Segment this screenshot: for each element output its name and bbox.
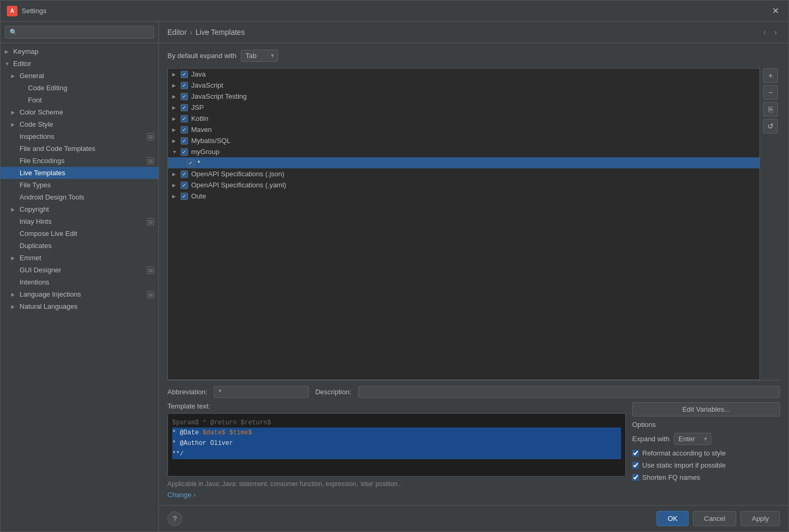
sidebar-item-inspections[interactable]: Inspections ▤: [1, 130, 158, 142]
close-button[interactable]: ✕: [769, 5, 782, 17]
sidebar-item-label: General: [20, 72, 44, 80]
tpl-group-jsp[interactable]: ▶ ✓ JSP: [168, 102, 759, 113]
title-bar: A Settings ✕: [1, 1, 788, 22]
cancel-button[interactable]: Cancel: [693, 511, 736, 526]
tpl-group-maven[interactable]: ▶ ✓ Maven: [168, 124, 759, 135]
tpl-group-openapi-json[interactable]: ▶ ✓ OpenAPI Specifications (.json): [168, 168, 759, 179]
add-template-button[interactable]: +: [763, 68, 778, 83]
checkbox-maven[interactable]: ✓: [181, 126, 188, 134]
expand-icon: ▶: [172, 116, 179, 121]
checkbox-openapi-json[interactable]: ✓: [181, 170, 188, 178]
sidebar-item-label: Emmet: [20, 254, 41, 262]
sidebar-item-natural-languages[interactable]: ▶ Natural Languages: [1, 300, 158, 312]
expand-icon: ▶: [172, 94, 179, 99]
checkbox-kotlin[interactable]: ✓: [181, 115, 188, 122]
tpl-group-openapi-yaml[interactable]: ▶ ✓ OpenAPI Specifications (.yaml): [168, 179, 759, 191]
tpl-group-kotlin[interactable]: ▶ ✓ Kotlin: [168, 113, 759, 124]
sidebar-item-color-scheme[interactable]: ▶ Color Scheme: [1, 106, 158, 118]
sidebar-item-duplicates[interactable]: Duplicates: [1, 240, 158, 252]
change-link[interactable]: Change ›: [167, 491, 626, 499]
sidebar-item-inlay-hints[interactable]: Inlay Hints ▤: [1, 215, 158, 227]
shorten-fq-label: Shorten FQ names: [642, 473, 700, 481]
abbreviation-input[interactable]: [214, 386, 309, 398]
expand-icon: ▶: [11, 207, 17, 212]
sidebar-item-copyright[interactable]: ▶ Copyright: [1, 203, 158, 215]
sidebar-item-label: Intentions: [20, 278, 49, 286]
checkbox-oute[interactable]: ✓: [181, 193, 188, 200]
apply-button[interactable]: Apply: [740, 511, 780, 526]
expand-default-dropdown[interactable]: Tab Enter Space: [241, 50, 278, 62]
tpl-label: JSP: [191, 103, 204, 111]
breadcrumb-bar: Editor › Live Templates ‹ ›: [159, 22, 788, 43]
sidebar-item-file-encodings[interactable]: File Encodings ▤: [1, 155, 158, 167]
breadcrumb-current: Live Templates: [195, 28, 245, 36]
checkbox-jsp[interactable]: ✓: [181, 104, 188, 111]
copy-template-button[interactable]: ⎘: [763, 102, 778, 117]
checkbox-star[interactable]: ✓: [187, 159, 194, 167]
sidebar-item-label: Editor: [13, 60, 31, 68]
expand-icon: ▶: [172, 105, 179, 110]
nav-forward-button[interactable]: ›: [771, 27, 780, 37]
template-code[interactable]: $param$ * @return $return$ * @Date $date…: [167, 413, 626, 477]
sidebar-item-android-design-tools[interactable]: Android Design Tools: [1, 191, 158, 203]
checkbox-javascript[interactable]: ✓: [181, 82, 188, 89]
tpl-group-javascript-testing[interactable]: ▶ ✓ JavaScript Testing: [168, 91, 759, 102]
sidebar-item-label: Live Templates: [20, 169, 65, 177]
nav-back-button[interactable]: ‹: [760, 27, 769, 37]
sidebar-item-label: Color Scheme: [20, 108, 63, 116]
remove-template-button[interactable]: −: [763, 85, 778, 100]
checkbox-openapi-yaml[interactable]: ✓: [181, 182, 188, 189]
tpl-group-java[interactable]: ▶ ✓ Java: [168, 69, 759, 80]
sidebar-item-language-injections[interactable]: ▶ Language Injections ▤: [1, 288, 158, 300]
sidebar-item-label: File Types: [20, 181, 51, 189]
code-dim-line: $param$ * @return $return$: [172, 419, 271, 426]
sidebar-item-intentions[interactable]: Intentions: [1, 276, 158, 288]
ok-button[interactable]: OK: [656, 511, 689, 526]
tpl-item-star[interactable]: ✓ *: [168, 157, 759, 168]
checkbox-mybatis-sql[interactable]: ✓: [181, 137, 188, 145]
badge-icon: ▤: [147, 133, 154, 140]
tpl-label: JavaScript: [191, 81, 223, 89]
reformat-checkbox[interactable]: [632, 450, 639, 457]
checkbox-javascript-testing[interactable]: ✓: [181, 93, 188, 100]
expand-with-dropdown[interactable]: Enter Tab Space: [674, 433, 711, 445]
sidebar: ▶ Keymap ▼ Editor ▶ General Code Editing: [1, 22, 159, 531]
sidebar-item-editor[interactable]: ▼ Editor: [1, 58, 158, 70]
template-area: ▶ ✓ Java ▶ ✓ JavaScript ▶: [167, 68, 780, 380]
sidebar-item-label: Natural Languages: [20, 302, 78, 310]
sidebar-item-code-editing[interactable]: Code Editing: [1, 82, 158, 94]
sidebar-item-gui-designer[interactable]: GUI Designer ▤: [1, 264, 158, 276]
description-input[interactable]: [358, 386, 780, 398]
sidebar-item-label: Code Style: [20, 120, 53, 128]
sidebar-item-live-templates[interactable]: Live Templates: [1, 167, 158, 179]
tpl-group-oute[interactable]: ▶ ✓ Oute: [168, 191, 759, 202]
checkbox-mygroup[interactable]: ✓: [181, 148, 188, 156]
tpl-group-mybatis-sql[interactable]: ▶ ✓ Mybatis/SQL: [168, 135, 759, 146]
sidebar-item-font[interactable]: Font: [1, 94, 158, 106]
sidebar-item-file-code-templates[interactable]: File and Code Templates: [1, 142, 158, 155]
static-import-checkbox[interactable]: [632, 462, 639, 469]
help-button[interactable]: ?: [167, 511, 182, 526]
sidebar-item-code-style[interactable]: ▶ Code Style: [1, 118, 158, 130]
sidebar-item-emmet[interactable]: ▶ Emmet: [1, 252, 158, 264]
sidebar-item-keymap[interactable]: ▶ Keymap: [1, 45, 158, 58]
sidebar-item-compose-live-edit[interactable]: Compose Live Edit: [1, 227, 158, 240]
expand-icon: ▶: [11, 73, 17, 79]
search-input[interactable]: [5, 26, 154, 39]
sidebar-item-file-types[interactable]: File Types: [1, 179, 158, 191]
reset-template-button[interactable]: ↺: [763, 119, 778, 134]
edit-variables-button[interactable]: Edit Variables...: [632, 402, 780, 416]
breadcrumb-nav: ‹ ›: [760, 27, 780, 37]
tpl-label: OpenAPI Specifications (.json): [191, 170, 284, 178]
tpl-group-javascript[interactable]: ▶ ✓ JavaScript: [168, 80, 759, 91]
checkbox-java[interactable]: ✓: [181, 71, 188, 78]
expand-icon: ▶: [11, 304, 17, 309]
expand-icon: ▼: [5, 61, 11, 66]
shorten-fq-checkbox[interactable]: [632, 474, 639, 481]
sidebar-item-general[interactable]: ▶ General: [1, 70, 158, 82]
dialog-footer: ? OK Cancel Apply: [159, 505, 788, 531]
tpl-group-mygroup[interactable]: ▼ ✓ myGroup: [168, 146, 759, 157]
applicable-text: Applicable in Java; Java: statement, con…: [167, 480, 401, 488]
expand-default-row: By default expand with Tab Enter Space ▼: [167, 50, 780, 62]
sidebar-item-label: Language Injections: [20, 290, 81, 298]
